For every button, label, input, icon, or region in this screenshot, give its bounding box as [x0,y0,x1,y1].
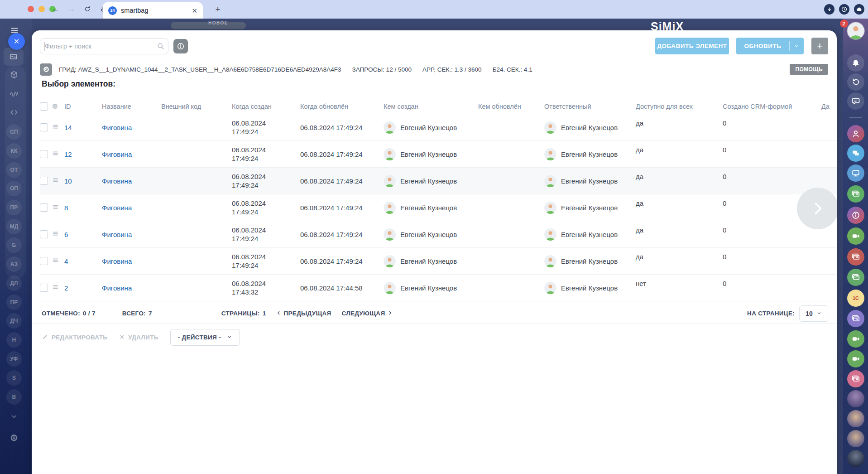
element-name-link[interactable]: Фиговина [102,204,161,212]
browser-tab[interactable]: 24 smartbag ✕ [103,2,203,19]
drag-handle-icon[interactable] [52,256,64,266]
sidebar-settings[interactable] [6,430,22,445]
user-cell[interactable]: Евгений Кузнецов [384,202,478,214]
row-checkbox[interactable] [40,123,48,131]
row-checkbox[interactable] [40,257,48,265]
user-cell[interactable]: Евгений Кузнецов [544,255,636,267]
edit-button[interactable]: РЕДАКТИРОВАТЬ [42,334,107,342]
column-header-name[interactable]: Название [102,103,161,110]
column-header-crm_form[interactable]: Создано CRM-формой [723,103,821,110]
table-row[interactable]: 4Фиговина06.08.202417:49:2406.08.2024 17… [40,248,837,275]
chat-card-pink[interactable] [847,370,864,387]
user-cell[interactable]: Евгений Кузнецов [544,148,636,160]
row-checkbox[interactable] [40,150,48,158]
browser-back-button[interactable]: ← [50,3,62,15]
column-header-id[interactable]: ID [64,103,102,110]
filter-search-input[interactable] [40,38,168,54]
drag-handle-icon[interactable] [52,150,64,159]
grid-settings-button[interactable] [40,63,52,76]
refresh-button[interactable]: ОБНОВИТЬ [736,38,804,54]
drag-handle-icon[interactable] [52,203,64,212]
sidebar-item-dl[interactable]: ДЛ [6,276,22,291]
sidebar-item-uf[interactable]: УФ [6,351,22,367]
sidebar-item-dch[interactable]: ДЧ [6,313,22,329]
chat-card-red[interactable] [847,248,864,266]
user-cell[interactable]: Евгений Кузнецов [544,228,636,241]
column-header-external_code[interactable]: Внешний код [161,103,232,110]
element-id-link[interactable]: 4 [64,257,102,265]
browser-forward-button[interactable]: → [66,3,77,15]
browser-reload-button[interactable] [82,3,93,15]
column-header-extra[interactable]: Да [821,103,837,110]
user-cell[interactable]: Евгений Кузнецов [384,175,478,187]
history-clock-icon[interactable] [839,4,849,15]
element-id-link[interactable]: 12 [64,150,102,158]
add-element-button[interactable]: ДОБАВИТЬ ЭЛЕМЕНТ [655,38,729,54]
element-id-link[interactable]: 6 [64,231,102,238]
column-header-updated[interactable]: Когда обновлён [300,103,384,110]
drag-handle-icon[interactable] [52,283,64,292]
quick-add-button[interactable]: + [811,38,828,54]
sidebar-item-kk[interactable]: КК [6,143,22,159]
user-cell[interactable]: Евгений Кузнецов [384,228,478,241]
drag-handle-icon[interactable] [52,123,64,132]
sidebar-item-signature[interactable] [6,85,22,101]
element-name-link[interactable]: Фиговина [102,257,161,265]
table-row[interactable]: 6Фиговина06.08.202417:49:2406.08.2024 17… [40,221,837,248]
select-all-checkbox[interactable] [40,102,48,111]
row-checkbox[interactable] [40,177,48,185]
chat-info[interactable] [847,207,864,224]
drag-handle-icon[interactable] [52,176,64,185]
user-cell[interactable]: Евгений Кузнецов [544,121,636,134]
user-cell[interactable]: Евгений Кузнецов [384,282,478,294]
chat-contact[interactable] [847,125,864,142]
sidebar-item-op[interactable]: ОП [6,181,22,196]
history[interactable] [847,73,864,91]
sidebar-item-products[interactable] [6,67,22,82]
cloud-profile-icon[interactable] [854,4,864,15]
column-header-available[interactable]: Доступно для всех [636,103,723,110]
element-name-link[interactable]: Фиговина [102,284,161,292]
table-row[interactable]: 12Фиговина06.08.202417:49:2406.08.2024 1… [40,141,837,168]
profile-avatar[interactable]: 2 [847,22,865,40]
next-page-button[interactable]: СЛЕДУЮЩАЯ [342,310,393,317]
user-cell[interactable]: Евгений Кузнецов [384,121,478,134]
user-cell[interactable]: Евгений Кузнецов [544,202,636,214]
sidebar-item-az[interactable]: АЗ [6,256,22,272]
chat-video-3[interactable] [847,350,864,368]
column-header-created[interactable]: Когда создан [232,103,300,110]
column-header-created_by[interactable]: Кем создан [384,103,478,110]
column-header-updated_by[interactable]: Кем обновлён [478,103,544,110]
sidebar-item-sp[interactable]: СП [6,124,22,140]
sidebar-item-s[interactable]: S [6,370,22,386]
tab-close-icon[interactable]: ✕ [192,7,197,14]
element-id-link[interactable]: 2 [64,284,102,292]
element-name-link[interactable]: Фиговина [102,231,161,238]
element-name-link[interactable]: Фиговина [102,177,161,185]
chat-messages[interactable] [847,145,864,162]
previous-page-button[interactable]: ПРЕДЫДУЩАЯ [276,310,331,317]
minimize-window-button[interactable] [38,6,45,12]
row-checkbox[interactable] [40,284,48,292]
row-checkbox[interactable] [40,203,48,212]
user-cell[interactable]: Евгений Кузнецов [544,175,636,187]
chat-video[interactable] [847,227,864,245]
chat-photo-2[interactable] [847,410,864,427]
chat-card-green-2[interactable] [847,269,864,286]
refresh-dropdown-caret-icon[interactable] [790,43,804,49]
sidebar-item-n[interactable]: Н [6,332,22,348]
messenger-toggle[interactable] [847,92,864,110]
per-page-select[interactable]: 10 [799,305,828,322]
sidebar-item-developer[interactable] [6,105,22,120]
user-cell[interactable]: Евгений Кузнецов [384,255,478,267]
table-row[interactable]: 10Фиговина06.08.202417:49:2406.08.2024 1… [40,168,837,194]
element-id-link[interactable]: 10 [64,177,102,185]
grid-columns-gear-icon[interactable] [52,103,58,110]
close-window-button[interactable] [28,6,34,12]
chat-screen[interactable] [847,164,864,182]
sidebar-close-button[interactable]: ✕ [8,33,25,50]
user-cell[interactable]: Евгений Кузнецов [544,282,636,294]
sidebar-item-md[interactable]: МД [6,219,22,234]
row-checkbox[interactable] [40,230,48,238]
sidebar-expand[interactable] [6,409,22,424]
